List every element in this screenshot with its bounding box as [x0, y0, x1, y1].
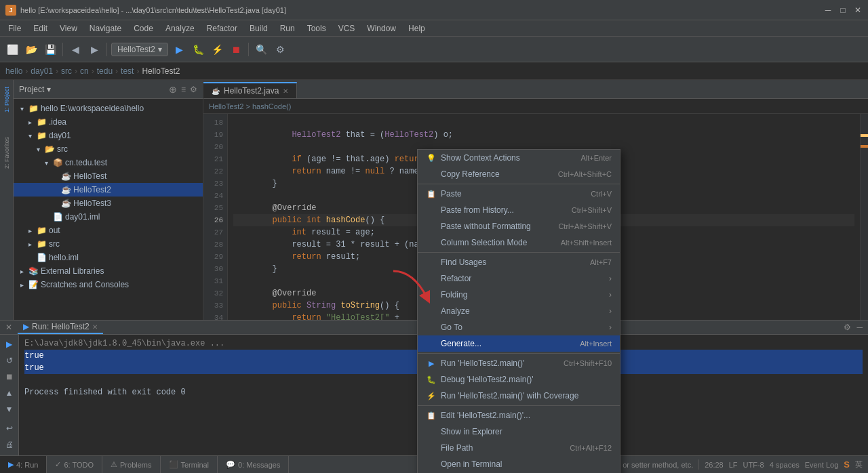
run-btn-play[interactable]: ▶ — [3, 337, 16, 351]
breadcrumb-src[interactable]: src — [61, 66, 72, 76]
bottom-tab-terminal-label: Terminal — [181, 461, 210, 469]
bottom-tab-todo[interactable]: ✓ 6: TODO — [47, 456, 102, 473]
menu-help[interactable]: Help — [403, 22, 431, 35]
toolbar-debug[interactable]: 🐛 — [190, 41, 206, 58]
breadcrumb-test[interactable]: test — [121, 66, 134, 76]
close-button[interactable]: ✕ — [853, 5, 863, 15]
tab-close-icon[interactable]: ✕ — [283, 87, 288, 95]
tree-item-hellotest2[interactable]: ☕ HelloTest2 — [14, 183, 203, 197]
ctx-paste-without-formatting[interactable]: Paste without Formatting Ctrl+Alt+Shift+… — [418, 218, 620, 234]
tree-item-cntedu[interactable]: ▾ 📦 cn.tedu.test — [14, 156, 203, 169]
ctx-debug-main[interactable]: 🐛 Debug 'HelloTest2.main()' — [418, 371, 620, 388]
ctx-show-context-actions[interactable]: 💡 Show Context Actions Alt+Enter — [418, 150, 620, 166]
ctx-go-to[interactable]: Go To › — [418, 319, 620, 335]
menu-window[interactable]: Window — [361, 22, 401, 35]
ctx-paste[interactable]: 📋 Paste Ctrl+V — [418, 186, 620, 202]
status-event-log[interactable]: Event Log — [805, 461, 839, 469]
breadcrumb-hello[interactable]: hello — [5, 66, 22, 76]
menu-vcs[interactable]: VCS — [333, 22, 361, 35]
menu-tools[interactable]: Tools — [302, 22, 332, 35]
tree-item-helloiml[interactable]: 📄 hello.iml — [14, 251, 203, 264]
run-settings-btn[interactable]: ⚙ — [844, 323, 851, 332]
toolbar-back[interactable]: ◀ — [67, 41, 83, 58]
run-btn-down[interactable]: ▼ — [3, 403, 16, 416]
menu-code[interactable]: Code — [128, 22, 159, 35]
menu-file[interactable]: File — [3, 22, 26, 35]
tree-item-src2[interactable]: ▸ 📁 src — [14, 237, 203, 251]
ctx-generate[interactable]: Generate... Alt+Insert — [418, 335, 620, 352]
run-btn-wrap[interactable]: ↩ — [3, 421, 16, 435]
status-position[interactable]: 26:28 — [705, 461, 724, 469]
maximize-button[interactable]: □ — [838, 5, 848, 15]
project-header-settings[interactable]: ⚙ — [190, 85, 197, 94]
toolbar-forward[interactable]: ▶ — [86, 41, 102, 58]
run-minimize-btn[interactable]: ─ — [856, 323, 863, 332]
ctx-paste-from-history[interactable]: Paste from History... Ctrl+Shift+V — [418, 202, 620, 218]
toolbar-save[interactable]: 💾 — [42, 41, 58, 58]
run-tab-run[interactable]: ▶ Run: HelloTest2 ✕ — [18, 321, 103, 334]
tree-item-hellotest3[interactable]: ☕ HelloTest3 — [14, 197, 203, 210]
breadcrumb-tedu[interactable]: tedu — [97, 66, 113, 76]
run-btn-stop[interactable]: ⏹ — [3, 370, 16, 384]
run-tab-close[interactable]: ✕ — [92, 323, 98, 331]
run-config-selector[interactable]: HelloTest2 ▾ — [111, 43, 168, 56]
menu-navigate[interactable]: Navigate — [84, 22, 127, 35]
tree-item-day01iml[interactable]: 📄 day01.iml — [14, 210, 203, 224]
tree-item-out[interactable]: ▸ 📁 out — [14, 224, 203, 237]
tree-item-day01[interactable]: ▾ 📁 day01 — [14, 129, 203, 142]
tree-item-hellotest[interactable]: ☕ HelloTest — [14, 169, 203, 183]
run-panel-close[interactable]: ✕ — [5, 323, 12, 332]
bottom-tab-messages[interactable]: 💬 0: Messages — [218, 456, 289, 473]
status-indent[interactable]: 4 spaces — [770, 461, 800, 469]
menu-refactor[interactable]: Refactor — [201, 22, 243, 35]
breadcrumb-cn[interactable]: cn — [80, 66, 89, 76]
project-header-layout[interactable]: ≡ — [181, 85, 186, 94]
tree-item-external-libs[interactable]: ▸ 📚 External Libraries — [14, 264, 203, 278]
ctx-folding[interactable]: Folding › — [418, 287, 620, 303]
project-header-add[interactable]: ⊕ — [169, 84, 177, 95]
ctx-run-main[interactable]: ▶ Run 'HelloTest2.main()' Ctrl+Shift+F10 — [418, 355, 620, 371]
tree-item-hello[interactable]: ▾ 📁 hello E:\workspaceidea\hello — [14, 102, 203, 115]
ctx-open-in-terminal[interactable]: Open in Terminal — [418, 456, 620, 472]
ctx-run-coverage[interactable]: ⚡ Run 'HelloTest2.main()' with Coverage — [418, 388, 620, 404]
ctx-refactor[interactable]: Refactor › — [418, 270, 620, 287]
ctx-copy-reference[interactable]: Copy Reference Ctrl+Alt+Shift+C — [418, 166, 620, 182]
run-btn-up[interactable]: ▲ — [3, 386, 16, 400]
run-btn-rerun[interactable]: ↺ — [3, 354, 16, 367]
toolbar-stop[interactable]: ⏹ — [228, 41, 244, 58]
minimize-button[interactable]: ─ — [823, 5, 833, 15]
menu-view[interactable]: View — [54, 22, 83, 35]
bottom-tab-problems[interactable]: ⚠ Problems — [102, 456, 160, 473]
ctx-find-usages[interactable]: Find Usages Alt+F7 — [418, 254, 620, 270]
toolbar-coverage[interactable]: ⚡ — [209, 41, 225, 58]
editor-tab-hellotest2[interactable]: ☕ HelloTest2.java ✕ — [203, 82, 297, 98]
toolbar-new[interactable]: ⬜ — [4, 41, 20, 58]
title-bar-controls[interactable]: ─ □ ✕ — [823, 5, 863, 15]
breadcrumb-day01[interactable]: day01 — [31, 66, 53, 76]
status-lf[interactable]: LF — [729, 461, 738, 469]
toolbar-open[interactable]: 📂 — [23, 41, 39, 58]
menu-analyze[interactable]: Analyze — [160, 22, 200, 35]
menu-run[interactable]: Run — [275, 22, 300, 35]
menu-build[interactable]: Build — [244, 22, 273, 35]
sidebar-tab-project[interactable]: 1: Project — [1, 81, 12, 118]
menu-edit[interactable]: Edit — [28, 22, 53, 35]
sidebar-tab-favorites[interactable]: 2: Favorites — [1, 131, 12, 174]
ctx-file-path[interactable]: File Path Ctrl+Alt+F12 — [418, 440, 620, 456]
ctx-edit-run-config[interactable]: 📋 Edit 'HelloTest2.main()'... — [418, 407, 620, 424]
ctx-analyze[interactable]: Analyze › — [418, 303, 620, 319]
toolbar-run[interactable]: ▶ — [171, 41, 187, 58]
toolbar-search[interactable]: 🔍 — [253, 41, 269, 58]
status-encoding[interactable]: UTF-8 — [743, 461, 764, 469]
toolbar-settings[interactable]: ⚙ — [272, 41, 288, 58]
tree-label-day01iml: day01.iml — [65, 212, 100, 222]
ctx-show-in-explorer[interactable]: Show in Explorer — [418, 424, 620, 440]
bottom-tab-run[interactable]: ▶ 4: Run — [0, 456, 47, 473]
ctx-find-usages-icon — [426, 257, 437, 268]
bottom-tab-terminal[interactable]: ⬛ Terminal — [161, 456, 218, 473]
tree-item-scratches[interactable]: ▸ 📝 Scratches and Consoles — [14, 278, 203, 291]
tree-item-src[interactable]: ▾ 📂 src — [14, 142, 203, 156]
run-btn-print[interactable]: 🖨 — [3, 438, 16, 451]
ctx-column-selection[interactable]: Column Selection Mode Alt+Shift+Insert — [418, 234, 620, 251]
tree-item-idea[interactable]: ▸ 📁 .idea — [14, 115, 203, 129]
